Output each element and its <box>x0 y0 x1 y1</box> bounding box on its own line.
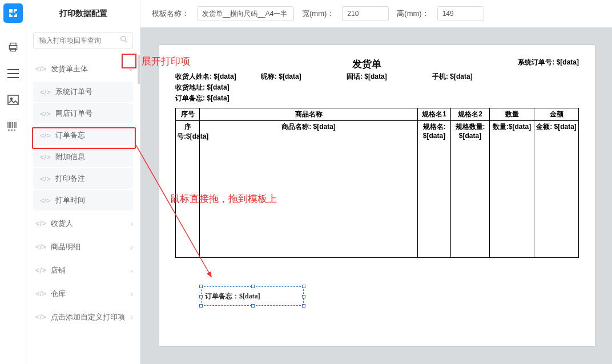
search-input[interactable] <box>33 32 133 49</box>
tpl-height-label: 高(mm)： <box>397 9 429 19</box>
td-spec1: 规格名: $[data] <box>418 121 451 258</box>
svg-point-4 <box>10 98 12 100</box>
tree-node-main[interactable]: </>发货单主体⌄ <box>26 57 140 80</box>
svg-rect-2 <box>10 48 15 51</box>
paper-title: 发货单 <box>352 58 381 71</box>
tree-node-extra[interactable]: </>附加信息 <box>33 147 133 167</box>
paper-recvname: 收货人姓名: $[data] <box>175 72 261 82</box>
code-icon: </> <box>40 153 51 161</box>
tree-node-memo[interactable]: </>订单备忘 <box>33 125 133 145</box>
th-spec1: 规格名1 <box>418 108 451 121</box>
code-icon: </> <box>40 110 51 118</box>
sidebar-scroll-thumb[interactable] <box>138 55 140 84</box>
left-icon-rail <box>0 0 26 364</box>
th-name: 商品名称 <box>200 108 418 121</box>
code-icon: </> <box>35 266 46 274</box>
tpl-width-label: 宽(mm)： <box>302 9 334 19</box>
tree-node-sysorder[interactable]: </>系统订单号 <box>33 82 133 102</box>
printer-icon[interactable] <box>7 41 19 54</box>
image-icon[interactable] <box>7 94 19 106</box>
config-sidebar: 打印数据配置 </>发货单主体⌄ </>系统订单号 </>网店订单号 </>订单… <box>26 0 140 364</box>
chevron-right-icon[interactable]: › <box>131 267 133 274</box>
td-amt: 金额: $[data] <box>534 121 579 258</box>
svg-rect-3 <box>8 95 18 104</box>
resize-handle[interactable] <box>199 304 203 308</box>
paper-mobile: 手机: $[data] <box>432 72 518 82</box>
code-icon: </> <box>35 64 46 73</box>
tpl-name-input[interactable] <box>197 6 294 21</box>
paper-memo: 订单备忘: $[data] <box>175 94 230 103</box>
dragged-field-label: 订单备忘：$[data] <box>205 292 260 301</box>
tree-node-receiver[interactable]: </>收货人› <box>26 212 140 235</box>
th-qty: 数量 <box>490 108 534 121</box>
menu-icon[interactable] <box>7 67 19 80</box>
template-topbar: 模板名称： 宽(mm)： 高(mm)： <box>140 0 612 27</box>
tree-node-printtime[interactable]: </>打单时间 <box>33 190 133 211</box>
resize-handle[interactable] <box>302 285 305 288</box>
resize-handle[interactable] <box>199 295 203 298</box>
chevron-right-icon[interactable]: › <box>131 290 133 297</box>
td-qty: 数量:$[data] <box>490 121 534 258</box>
tree-node-printnote[interactable]: </>打印备注 <box>33 168 133 189</box>
tpl-width-input[interactable] <box>342 6 389 21</box>
resize-handle[interactable] <box>199 285 203 288</box>
tree-node-warehouse[interactable]: </>仓库› <box>26 282 140 305</box>
code-icon: </> <box>35 242 46 251</box>
resize-handle[interactable] <box>302 295 305 298</box>
chevron-right-icon[interactable]: › <box>131 244 133 250</box>
th-seq: 序号 <box>176 108 200 121</box>
code-icon: </> <box>40 88 51 96</box>
paper-addr: 收货地址: $[data] <box>175 83 230 92</box>
svg-point-5 <box>121 37 126 41</box>
paper-tel: 固话: $[data] <box>347 72 432 82</box>
tree-node-shoporder[interactable]: </>网店订单号 <box>33 103 133 124</box>
paper-nick: 昵称: $[data] <box>261 72 347 82</box>
td-name: 商品名称: $[data] <box>200 121 418 258</box>
resize-handle[interactable] <box>251 304 255 308</box>
code-icon: </> <box>40 196 51 205</box>
tree-node-shop[interactable]: </>店铺› <box>26 258 140 282</box>
search-icon[interactable] <box>120 35 127 45</box>
resize-handle[interactable] <box>251 285 255 288</box>
editor-stage[interactable]: 发货单 系统订单号: $[data] 收货人姓名: $[data] 昵称: $[… <box>140 27 612 364</box>
chevron-right-icon[interactable]: › <box>131 220 133 227</box>
code-icon: </> <box>40 175 51 183</box>
td-seq: 序号:$[data] <box>176 121 200 258</box>
search-wrap <box>26 27 140 57</box>
tpl-height-input[interactable] <box>437 6 484 21</box>
chevron-right-icon[interactable]: › <box>131 314 133 321</box>
sidebar-title: 打印数据配置 <box>26 0 140 27</box>
resize-handle[interactable] <box>302 304 305 308</box>
barcode-icon[interactable] <box>7 120 19 132</box>
tree-node-goods[interactable]: </>商品明细› <box>26 235 140 258</box>
paper-sysorder: 系统订单号: $[data] <box>518 58 579 71</box>
code-icon: </> <box>35 289 46 298</box>
dragged-field[interactable]: 订单备忘：$[data] <box>201 286 304 306</box>
tree-node-custom[interactable]: </>点击添加自定义打印项› <box>26 305 140 329</box>
code-icon: </> <box>40 131 51 140</box>
chevron-down-icon[interactable]: ⌄ <box>128 65 133 72</box>
field-tree: </>发货单主体⌄ </>系统订单号 </>网店订单号 </>订单备忘 </>附… <box>26 57 140 329</box>
code-icon: </> <box>35 313 46 321</box>
goods-table[interactable]: 序号 商品名称 规格名1 规格名2 数量 金额 序号:$[data] 商品名称:… <box>175 108 579 258</box>
tpl-name-label: 模板名称： <box>152 9 189 19</box>
th-spec2: 规格名2 <box>451 108 490 121</box>
td-spec2: 规格数量: $[data] <box>451 121 490 258</box>
app-logo <box>3 3 23 23</box>
th-amt: 金额 <box>534 108 579 121</box>
code-icon: </> <box>35 219 46 228</box>
template-paper[interactable]: 发货单 系统订单号: $[data] 收货人姓名: $[data] 昵称: $[… <box>159 45 595 347</box>
